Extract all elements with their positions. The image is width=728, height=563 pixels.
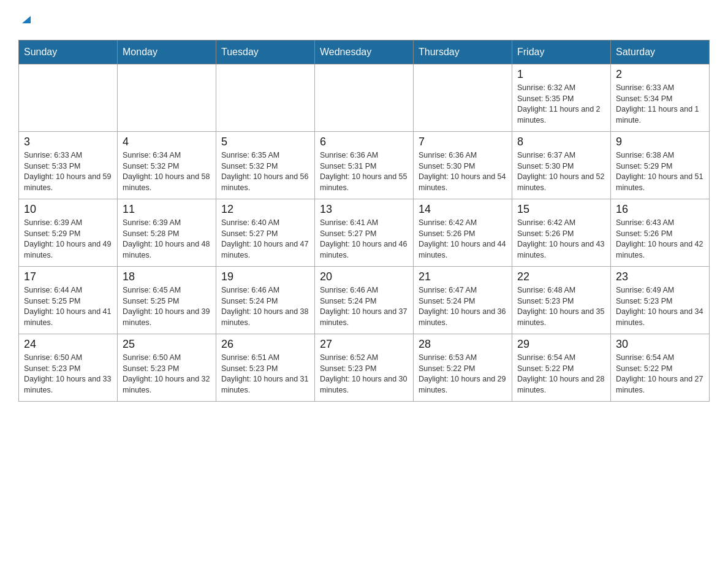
day-number: 15 (517, 203, 605, 216)
day-number: 3 (24, 136, 112, 148)
calendar-cell: 14Sunrise: 6:42 AM Sunset: 5:26 PM Dayli… (414, 199, 512, 267)
weekday-header-monday: Monday (118, 40, 216, 64)
day-number: 2 (616, 68, 704, 81)
day-info: Sunrise: 6:50 AM Sunset: 5:23 PM Dayligh… (24, 353, 112, 396)
calendar-table: SundayMondayTuesdayWednesdayThursdayFrid… (18, 40, 710, 402)
day-number: 10 (24, 203, 112, 216)
day-info: Sunrise: 6:54 AM Sunset: 5:22 PM Dayligh… (517, 353, 605, 396)
day-number: 26 (221, 338, 309, 351)
day-number: 29 (517, 338, 605, 351)
day-number: 22 (517, 270, 605, 283)
day-info: Sunrise: 6:49 AM Sunset: 5:23 PM Dayligh… (616, 285, 704, 328)
week-row-5: 24Sunrise: 6:50 AM Sunset: 5:23 PM Dayli… (19, 334, 710, 402)
calendar-cell: 7Sunrise: 6:36 AM Sunset: 5:30 PM Daylig… (414, 132, 512, 199)
day-number: 4 (123, 136, 211, 148)
day-info: Sunrise: 6:54 AM Sunset: 5:22 PM Dayligh… (616, 353, 704, 396)
weekday-header-friday: Friday (512, 40, 611, 64)
day-info: Sunrise: 6:52 AM Sunset: 5:23 PM Dayligh… (320, 353, 408, 396)
day-info: Sunrise: 6:42 AM Sunset: 5:26 PM Dayligh… (419, 218, 507, 261)
day-number: 7 (419, 136, 507, 148)
week-row-4: 17Sunrise: 6:44 AM Sunset: 5:25 PM Dayli… (19, 267, 710, 334)
calendar-cell: 18Sunrise: 6:45 AM Sunset: 5:25 PM Dayli… (118, 267, 216, 334)
calendar-cell (315, 64, 414, 132)
calendar-cell: 13Sunrise: 6:41 AM Sunset: 5:27 PM Dayli… (315, 199, 414, 267)
day-info: Sunrise: 6:44 AM Sunset: 5:25 PM Dayligh… (24, 285, 112, 328)
calendar-cell: 19Sunrise: 6:46 AM Sunset: 5:24 PM Dayli… (216, 267, 315, 334)
day-number: 19 (221, 270, 309, 283)
day-number: 17 (24, 270, 112, 283)
day-number: 28 (419, 338, 507, 351)
day-number: 18 (123, 270, 211, 283)
day-number: 23 (616, 270, 704, 283)
day-info: Sunrise: 6:47 AM Sunset: 5:24 PM Dayligh… (419, 285, 507, 328)
svg-marker-0 (22, 16, 31, 23)
calendar-cell: 10Sunrise: 6:39 AM Sunset: 5:29 PM Dayli… (19, 199, 118, 267)
day-info: Sunrise: 6:53 AM Sunset: 5:22 PM Dayligh… (419, 353, 507, 396)
day-info: Sunrise: 6:46 AM Sunset: 5:24 PM Dayligh… (320, 285, 408, 328)
day-number: 27 (320, 338, 408, 351)
calendar-cell: 9Sunrise: 6:38 AM Sunset: 5:29 PM Daylig… (611, 132, 710, 199)
calendar-cell: 29Sunrise: 6:54 AM Sunset: 5:22 PM Dayli… (512, 334, 611, 402)
day-info: Sunrise: 6:39 AM Sunset: 5:28 PM Dayligh… (123, 218, 211, 261)
weekday-header-tuesday: Tuesday (216, 40, 315, 64)
calendar-cell: 8Sunrise: 6:37 AM Sunset: 5:30 PM Daylig… (512, 132, 611, 199)
day-info: Sunrise: 6:35 AM Sunset: 5:32 PM Dayligh… (221, 150, 309, 193)
calendar-cell: 17Sunrise: 6:44 AM Sunset: 5:25 PM Dayli… (19, 267, 118, 334)
day-info: Sunrise: 6:42 AM Sunset: 5:26 PM Dayligh… (517, 218, 605, 261)
day-number: 16 (616, 203, 704, 216)
day-info: Sunrise: 6:38 AM Sunset: 5:29 PM Dayligh… (616, 150, 704, 193)
day-number: 24 (24, 338, 112, 351)
calendar-cell: 20Sunrise: 6:46 AM Sunset: 5:24 PM Dayli… (315, 267, 414, 334)
day-number: 20 (320, 270, 408, 283)
day-info: Sunrise: 6:39 AM Sunset: 5:29 PM Dayligh… (24, 218, 112, 261)
day-info: Sunrise: 6:41 AM Sunset: 5:27 PM Dayligh… (320, 218, 408, 261)
calendar-cell: 1Sunrise: 6:32 AM Sunset: 5:35 PM Daylig… (512, 64, 611, 132)
day-info: Sunrise: 6:33 AM Sunset: 5:33 PM Dayligh… (24, 150, 112, 193)
calendar-cell: 4Sunrise: 6:34 AM Sunset: 5:32 PM Daylig… (118, 132, 216, 199)
calendar-cell (414, 64, 512, 132)
day-number: 25 (123, 338, 211, 351)
calendar-cell: 5Sunrise: 6:35 AM Sunset: 5:32 PM Daylig… (216, 132, 315, 199)
logo (18, 12, 33, 28)
weekday-header-saturday: Saturday (611, 40, 710, 64)
day-number: 21 (419, 270, 507, 283)
day-number: 12 (221, 203, 309, 216)
day-info: Sunrise: 6:40 AM Sunset: 5:27 PM Dayligh… (221, 218, 309, 261)
calendar-cell: 3Sunrise: 6:33 AM Sunset: 5:33 PM Daylig… (19, 132, 118, 199)
day-info: Sunrise: 6:34 AM Sunset: 5:32 PM Dayligh… (123, 150, 211, 193)
calendar-cell: 2Sunrise: 6:33 AM Sunset: 5:34 PM Daylig… (611, 64, 710, 132)
day-info: Sunrise: 6:51 AM Sunset: 5:23 PM Dayligh… (221, 353, 309, 396)
calendar-cell: 22Sunrise: 6:48 AM Sunset: 5:23 PM Dayli… (512, 267, 611, 334)
calendar-cell: 21Sunrise: 6:47 AM Sunset: 5:24 PM Dayli… (414, 267, 512, 334)
calendar-cell (118, 64, 216, 132)
calendar-cell: 30Sunrise: 6:54 AM Sunset: 5:22 PM Dayli… (611, 334, 710, 402)
day-number: 5 (221, 136, 309, 148)
calendar-cell: 6Sunrise: 6:36 AM Sunset: 5:31 PM Daylig… (315, 132, 414, 199)
day-info: Sunrise: 6:45 AM Sunset: 5:25 PM Dayligh… (123, 285, 211, 328)
week-row-3: 10Sunrise: 6:39 AM Sunset: 5:29 PM Dayli… (19, 199, 710, 267)
weekday-header-sunday: Sunday (19, 40, 118, 64)
calendar-cell: 28Sunrise: 6:53 AM Sunset: 5:22 PM Dayli… (414, 334, 512, 402)
weekday-header-row: SundayMondayTuesdayWednesdayThursdayFrid… (19, 40, 710, 64)
day-number: 8 (517, 136, 605, 148)
calendar-cell: 24Sunrise: 6:50 AM Sunset: 5:23 PM Dayli… (19, 334, 118, 402)
calendar-cell: 27Sunrise: 6:52 AM Sunset: 5:23 PM Dayli… (315, 334, 414, 402)
calendar-cell: 26Sunrise: 6:51 AM Sunset: 5:23 PM Dayli… (216, 334, 315, 402)
day-info: Sunrise: 6:43 AM Sunset: 5:26 PM Dayligh… (616, 218, 704, 261)
page-header (18, 12, 710, 28)
day-info: Sunrise: 6:50 AM Sunset: 5:23 PM Dayligh… (123, 353, 211, 396)
day-info: Sunrise: 6:36 AM Sunset: 5:30 PM Dayligh… (419, 150, 507, 193)
logo-icon (20, 12, 33, 28)
day-info: Sunrise: 6:46 AM Sunset: 5:24 PM Dayligh… (221, 285, 309, 328)
calendar-cell: 23Sunrise: 6:49 AM Sunset: 5:23 PM Dayli… (611, 267, 710, 334)
calendar-cell (216, 64, 315, 132)
day-number: 1 (517, 68, 605, 81)
week-row-2: 3Sunrise: 6:33 AM Sunset: 5:33 PM Daylig… (19, 132, 710, 199)
day-info: Sunrise: 6:33 AM Sunset: 5:34 PM Dayligh… (616, 83, 704, 126)
day-info: Sunrise: 6:32 AM Sunset: 5:35 PM Dayligh… (517, 83, 605, 126)
calendar-cell: 11Sunrise: 6:39 AM Sunset: 5:28 PM Dayli… (118, 199, 216, 267)
day-number: 6 (320, 136, 408, 148)
calendar-cell: 15Sunrise: 6:42 AM Sunset: 5:26 PM Dayli… (512, 199, 611, 267)
day-number: 11 (123, 203, 211, 216)
day-number: 30 (616, 338, 704, 351)
